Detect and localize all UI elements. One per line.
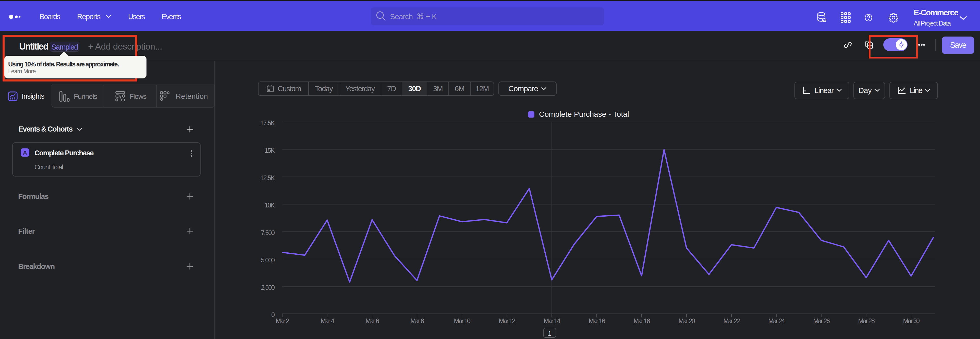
svg-text:10K: 10K bbox=[265, 201, 275, 209]
svg-text:Mar 16: Mar 16 bbox=[589, 317, 605, 325]
svg-text:7,500: 7,500 bbox=[261, 229, 275, 236]
svg-text:Mar 8: Mar 8 bbox=[410, 317, 424, 325]
svg-text:Mar 28: Mar 28 bbox=[858, 317, 875, 325]
svg-text:0: 0 bbox=[271, 311, 275, 318]
svg-text:Mar 12: Mar 12 bbox=[499, 317, 515, 325]
svg-text:Mar 30: Mar 30 bbox=[903, 317, 920, 325]
svg-text:Mar 10: Mar 10 bbox=[454, 317, 470, 325]
svg-text:12.5K: 12.5K bbox=[260, 174, 275, 181]
svg-text:Mar 24: Mar 24 bbox=[768, 317, 785, 325]
svg-text:Mar 4: Mar 4 bbox=[321, 317, 334, 325]
svg-text:Mar 20: Mar 20 bbox=[679, 317, 695, 325]
svg-text:17.5K: 17.5K bbox=[260, 119, 275, 126]
svg-text:Mar 14: Mar 14 bbox=[544, 317, 560, 325]
svg-text:Mar 18: Mar 18 bbox=[634, 317, 650, 325]
svg-text:5,000: 5,000 bbox=[261, 256, 275, 264]
svg-text:Complete Purchase - Total: Complete Purchase - Total bbox=[539, 110, 629, 118]
svg-text:Mar 6: Mar 6 bbox=[366, 317, 379, 325]
svg-text:15K: 15K bbox=[265, 147, 275, 154]
svg-text:2,500: 2,500 bbox=[261, 284, 275, 291]
svg-text:Mar 26: Mar 26 bbox=[813, 317, 830, 325]
svg-text:Mar 2: Mar 2 bbox=[275, 317, 289, 325]
svg-text:Mar 22: Mar 22 bbox=[724, 317, 740, 325]
